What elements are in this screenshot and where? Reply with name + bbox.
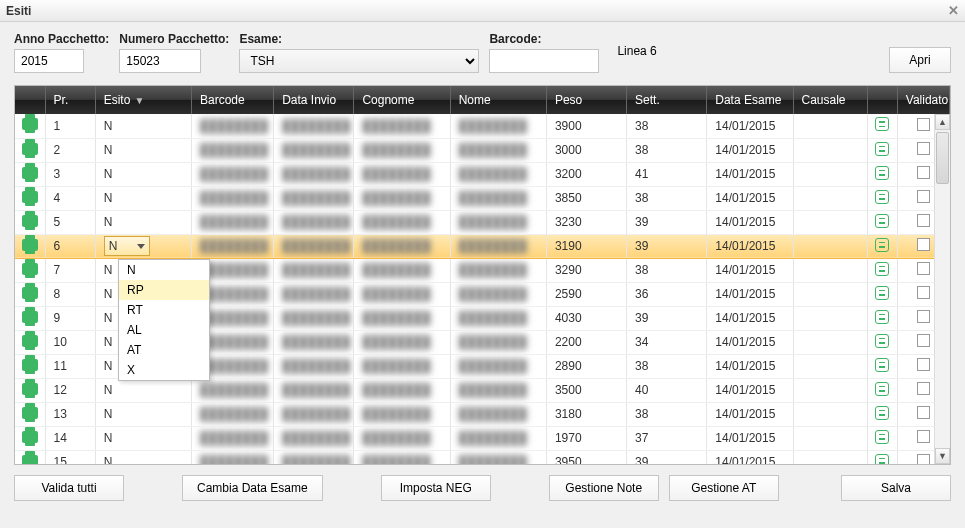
col-nome[interactable]: Nome [450,86,546,114]
print-cell[interactable] [15,306,45,330]
print-cell[interactable] [15,450,45,465]
action-cell[interactable] [867,138,897,162]
action-cell[interactable] [867,210,897,234]
esame-select[interactable]: TSH [239,49,479,73]
col-print[interactable] [15,86,45,114]
action-icon[interactable] [875,142,889,156]
action-cell[interactable] [867,402,897,426]
imposta-neg-button[interactable]: Imposta NEG [381,475,491,501]
print-cell[interactable] [15,138,45,162]
checkbox[interactable] [917,142,930,155]
esito-dropdown[interactable]: NRPRTALATX [118,259,210,381]
action-icon[interactable] [875,334,889,348]
esito-option[interactable]: AT [119,340,209,360]
action-cell[interactable] [867,450,897,465]
col-peso[interactable]: Peso [546,86,626,114]
action-icon[interactable] [875,406,889,420]
printer-icon[interactable] [22,263,38,275]
esito-option[interactable]: AL [119,320,209,340]
printer-icon[interactable] [22,383,38,395]
col-sett[interactable]: Sett. [627,86,707,114]
scrollbar[interactable]: ▲ ▼ [934,114,950,464]
esito-option[interactable]: RT [119,300,209,320]
print-cell[interactable] [15,354,45,378]
printer-icon[interactable] [22,239,38,251]
checkbox[interactable] [917,358,930,371]
action-icon[interactable] [875,286,889,300]
print-cell[interactable] [15,378,45,402]
checkbox[interactable] [917,454,930,465]
action-cell[interactable] [867,186,897,210]
cambia-data-button[interactable]: Cambia Data Esame [182,475,323,501]
table-row[interactable]: 14N████████████████████████████████19703… [15,426,950,450]
action-icon[interactable] [875,382,889,396]
table-row[interactable]: 5N████████████████████████████████323039… [15,210,950,234]
checkbox[interactable] [917,238,930,251]
action-cell[interactable] [867,234,897,258]
printer-icon[interactable] [22,431,38,443]
col-pr[interactable]: Pr. [45,86,95,114]
print-cell[interactable] [15,258,45,282]
action-cell[interactable] [867,354,897,378]
esito-cell[interactable]: N [95,402,191,426]
table-row[interactable]: 1N████████████████████████████████390038… [15,114,950,138]
action-icon[interactable] [875,190,889,204]
filter-icon[interactable]: ▼ [134,95,144,106]
anno-input[interactable] [14,49,84,73]
apri-button[interactable]: Apri [889,47,951,73]
action-cell[interactable] [867,114,897,138]
checkbox[interactable] [917,406,930,419]
printer-icon[interactable] [22,215,38,227]
gestione-note-button[interactable]: Gestione Note [549,475,659,501]
checkbox[interactable] [917,430,930,443]
action-cell[interactable] [867,426,897,450]
table-row[interactable]: 13N████████████████████████████████31803… [15,402,950,426]
scroll-down-icon[interactable]: ▼ [935,448,950,464]
printer-icon[interactable] [22,167,38,179]
esito-cell[interactable]: N [95,186,191,210]
col-dataesame[interactable]: Data Esame [707,86,793,114]
printer-icon[interactable] [22,287,38,299]
print-cell[interactable] [15,234,45,258]
close-icon[interactable]: ✕ [948,3,959,18]
action-icon[interactable] [875,262,889,276]
col-action[interactable] [867,86,897,114]
col-cognome[interactable]: Cognome [354,86,450,114]
action-icon[interactable] [875,430,889,444]
action-cell[interactable] [867,330,897,354]
esito-cell[interactable]: N [95,162,191,186]
checkbox[interactable] [917,166,930,179]
action-cell[interactable] [867,282,897,306]
esito-option[interactable]: RP [119,280,209,300]
printer-icon[interactable] [22,118,38,130]
print-cell[interactable] [15,426,45,450]
esito-cell[interactable]: N [95,234,191,258]
printer-icon[interactable] [22,143,38,155]
checkbox[interactable] [917,262,930,275]
printer-icon[interactable] [22,359,38,371]
esito-cell[interactable]: N [95,426,191,450]
col-esito[interactable]: Esito▼ [95,86,191,114]
esito-cell[interactable]: N [95,450,191,465]
action-cell[interactable] [867,162,897,186]
table-row[interactable]: 6N████████████████████████████████319039… [15,234,950,258]
print-cell[interactable] [15,330,45,354]
table-row[interactable]: 12N████████████████████████████████35004… [15,378,950,402]
esito-option[interactable]: N [119,260,209,280]
checkbox[interactable] [917,118,930,131]
printer-icon[interactable] [22,455,38,466]
gestione-at-button[interactable]: Gestione AT [669,475,779,501]
scroll-thumb[interactable] [936,132,949,184]
print-cell[interactable] [15,210,45,234]
scroll-up-icon[interactable]: ▲ [935,114,950,130]
action-icon[interactable] [875,454,889,466]
numero-input[interactable] [119,49,201,73]
action-cell[interactable] [867,258,897,282]
action-icon[interactable] [875,117,889,131]
checkbox[interactable] [917,214,930,227]
esito-cell[interactable]: N [95,114,191,138]
printer-icon[interactable] [22,311,38,323]
action-icon[interactable] [875,166,889,180]
action-icon[interactable] [875,238,889,252]
esito-option[interactable]: X [119,360,209,380]
